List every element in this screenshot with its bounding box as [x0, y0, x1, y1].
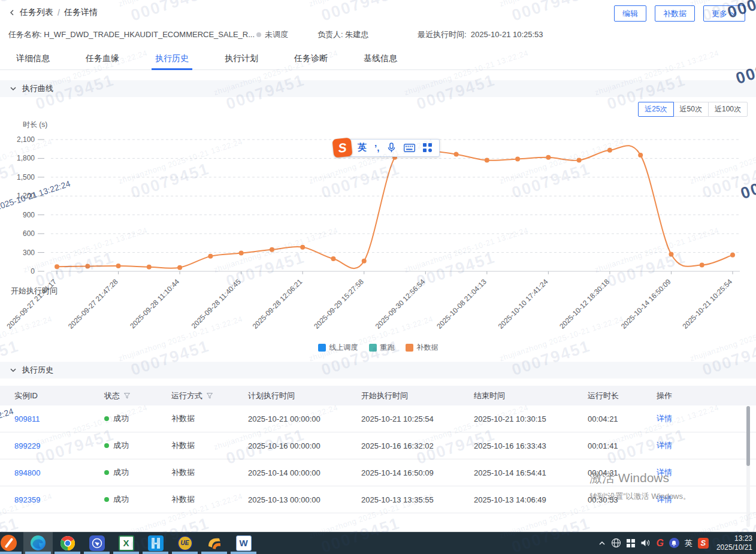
filter-funnel-icon[interactable] [206, 392, 213, 399]
data-point[interactable] [515, 156, 520, 161]
curve-section-header[interactable]: 执行曲线 [0, 80, 756, 97]
ime-punctuation-toggle[interactable]: ’, [374, 143, 379, 153]
toolbox-grid-icon[interactable] [423, 143, 432, 152]
edit-button[interactable]: 编辑 [614, 5, 646, 22]
tab-5[interactable]: 基线信息 [362, 47, 399, 69]
data-point[interactable] [239, 251, 244, 256]
column-header-2: 运行方式 [171, 390, 248, 401]
svg-text:2025-10-10 17:41:24: 2025-10-10 17:41:24 [497, 277, 550, 331]
taskbar-clock[interactable]: 13:23 2025/10/21 [716, 534, 752, 552]
chrome-app-icon[interactable] [53, 532, 82, 554]
data-point[interactable] [208, 254, 213, 259]
page-title: 任务详情 [64, 7, 98, 18]
back-icon[interactable] [8, 9, 16, 16]
launcher-app-icon[interactable] [0, 532, 23, 554]
ime-language-toggle[interactable]: 英 [358, 142, 367, 153]
column-header-6: 运行时长 [588, 390, 657, 401]
start-time-cell: 2025-10-16 16:32:02 [361, 441, 474, 450]
network-globe-icon[interactable] [611, 538, 621, 548]
volume-icon[interactable] [640, 538, 651, 547]
legend-item[interactable]: 线上调度 [318, 343, 358, 353]
detail-link[interactable]: 详情 [657, 495, 672, 504]
start-time-cell: 2025-10-13 13:35:55 [361, 495, 474, 504]
sogou-logo-icon[interactable]: S [332, 137, 352, 158]
instance-id-link[interactable]: 894800 [14, 468, 40, 477]
range-button-0[interactable]: 近25次 [638, 102, 673, 117]
history-section-header[interactable]: 执行历史 [0, 362, 756, 379]
word-app-icon[interactable]: W [229, 532, 258, 554]
collapse-chevron-icon [10, 367, 17, 374]
more-button[interactable]: 更多 [703, 5, 745, 22]
scrollbar-thumb[interactable] [746, 406, 750, 466]
filter-funnel-icon[interactable] [123, 392, 131, 399]
sogou-tray-icon[interactable]: S [698, 538, 709, 549]
planned-time-cell: 2025-10-14 00:00:00 [248, 468, 361, 477]
data-point[interactable] [300, 245, 305, 250]
data-point[interactable] [607, 148, 612, 153]
data-point[interactable] [638, 153, 643, 158]
data-point[interactable] [85, 264, 90, 269]
legend-item[interactable]: 补数据 [406, 343, 439, 353]
instance-id-link[interactable]: 909811 [14, 414, 40, 423]
breadcrumb-task-list[interactable]: 任务列表 [20, 7, 53, 18]
backfill-button[interactable]: 补数据 [655, 5, 695, 22]
data-point[interactable] [177, 265, 182, 270]
legend-item[interactable]: 重跑 [369, 343, 395, 353]
microphone-icon[interactable] [387, 143, 396, 153]
instance-id-link[interactable]: 899229 [14, 441, 40, 450]
tab-4[interactable]: 任务诊断 [292, 47, 329, 69]
data-point[interactable] [669, 252, 673, 257]
table-row: 892359成功补数据2025-10-13 00:00:002025-10-13… [0, 486, 756, 513]
x-axis-title: 开始执行时间 [11, 286, 58, 296]
svg-text:2025-09-29 15:27:58: 2025-09-29 15:27:58 [312, 277, 365, 331]
excel-app-icon[interactable]: X [111, 532, 141, 554]
status-cell: 成功 [104, 494, 171, 505]
data-point[interactable] [485, 158, 489, 163]
tab-0[interactable]: 详细信息 [14, 47, 52, 69]
foxmail-app-icon[interactable] [199, 532, 229, 554]
instance-id-link[interactable]: 892359 [14, 495, 40, 504]
hbuilder-app-icon[interactable] [141, 532, 170, 554]
data-point[interactable] [362, 259, 367, 264]
detail-link[interactable]: 详情 [657, 468, 672, 477]
data-point[interactable] [546, 155, 551, 160]
dingtalk-app-icon[interactable] [82, 532, 111, 554]
data-point[interactable] [454, 152, 459, 157]
data-point[interactable] [55, 264, 59, 269]
history-table-body: 909811成功补数据2025-10-21 00:00:002025-10-21… [0, 405, 756, 513]
svg-text:2025-10-14 16:50:09: 2025-10-14 16:50:09 [619, 277, 673, 331]
detail-link[interactable]: 详情 [657, 414, 672, 423]
edge-app-icon[interactable] [23, 532, 53, 554]
data-point[interactable] [577, 158, 582, 163]
run-type-cell: 补数据 [171, 440, 248, 451]
ultraedit-app-icon[interactable]: UE [170, 532, 199, 554]
duration-cell: 00:30:53 [588, 495, 657, 504]
detail-link[interactable]: 详情 [657, 441, 672, 450]
tray-notification-app-icon[interactable] [669, 538, 679, 548]
tab-3[interactable]: 执行计划 [223, 47, 260, 69]
data-point[interactable] [270, 247, 274, 252]
column-header-5: 结束时间 [474, 390, 588, 401]
table-scrollbar[interactable] [746, 406, 750, 527]
tab-2[interactable]: 执行历史 [153, 47, 190, 69]
top-actions: 编辑 补数据 更多 [614, 5, 745, 22]
input-language-indicator[interactable]: 英 [685, 538, 693, 549]
planned-time-cell: 2025-10-13 00:00:00 [248, 495, 361, 504]
column-header-7: 操作 [657, 390, 756, 401]
data-point[interactable] [700, 262, 704, 267]
data-point[interactable] [147, 265, 152, 270]
windows-security-icon[interactable] [627, 539, 635, 547]
table-row: 909811成功补数据2025-10-21 00:00:002025-10-21… [0, 405, 756, 432]
tab-1[interactable]: 任务血缘 [84, 47, 121, 69]
x-axis-labels: 2025-09-27 21:44:172025-09-27 21:47:2820… [5, 271, 734, 331]
data-point[interactable] [730, 253, 735, 258]
svg-text:2025-09-27 21:47:28: 2025-09-27 21:47:28 [66, 277, 120, 331]
tray-chevron-up-icon[interactable] [598, 540, 606, 547]
soft-keyboard-icon[interactable] [404, 144, 415, 152]
tray-g-app-icon[interactable]: G [656, 538, 663, 549]
system-tray: G 英 S 13:23 2025/10/21 [598, 532, 752, 554]
data-point[interactable] [331, 256, 335, 261]
success-dot-icon [104, 497, 109, 502]
data-point[interactable] [116, 264, 121, 268]
taskbar-apps: X UE W [0, 532, 258, 554]
